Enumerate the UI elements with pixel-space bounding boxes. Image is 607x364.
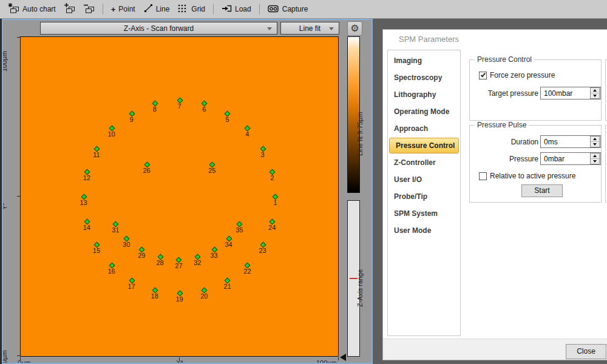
pressure-pulse-group: Pressure Pulse Duration 0ms Pressure 0mb… bbox=[469, 125, 602, 203]
line-tool-button[interactable]: Line bbox=[140, 2, 174, 16]
menu-item-user-i-o[interactable]: User I/O bbox=[388, 171, 460, 188]
toolbar-separator bbox=[259, 4, 260, 15]
target-pressure-spinner[interactable] bbox=[590, 87, 600, 99]
add-chart-icon bbox=[64, 3, 75, 15]
menu-item-probe-tip[interactable]: Probe/Tip bbox=[388, 188, 460, 205]
menu-item-spectroscopy[interactable]: Spectroscopy bbox=[388, 69, 460, 86]
pulse-pressure-spinner[interactable] bbox=[590, 153, 600, 164]
auto-chart-icon bbox=[8, 3, 19, 15]
point-label: 9 bbox=[129, 116, 133, 123]
auto-chart-label: Auto chart bbox=[22, 5, 56, 13]
chart-settings-button[interactable]: ⚙ bbox=[347, 21, 362, 36]
menu-item-spm-system[interactable]: SPM System bbox=[388, 205, 460, 222]
point-tool-button[interactable]: + Point bbox=[107, 3, 139, 16]
point-label: 25 bbox=[208, 167, 215, 174]
pressure-control-legend: Pressure Control bbox=[475, 55, 534, 64]
menu-item-operating-mode[interactable]: Operating Mode bbox=[388, 103, 460, 120]
pressure-control-group: Pressure Control Force zero pressure Tar… bbox=[469, 59, 602, 121]
target-pressure-field[interactable]: 100mbar bbox=[540, 87, 601, 99]
line-icon bbox=[144, 4, 153, 15]
menu-item-z-controller[interactable]: Z-Controller bbox=[388, 154, 460, 171]
remove-chart-button[interactable] bbox=[80, 1, 98, 17]
duration-value: 0ms bbox=[541, 138, 590, 146]
dialog-title: SPM Parameters bbox=[399, 35, 459, 44]
spin-down-icon[interactable] bbox=[591, 142, 599, 147]
scan-line-marker-icon bbox=[340, 354, 346, 361]
duration-spinner[interactable] bbox=[590, 136, 600, 147]
spin-up-icon[interactable] bbox=[591, 88, 599, 93]
grid-tool-button[interactable]: Grid bbox=[174, 2, 209, 16]
point-label: 7 bbox=[177, 103, 181, 110]
x-axis-min-label: 0µm bbox=[18, 359, 31, 364]
target-pressure-label: Target pressure bbox=[471, 89, 540, 98]
pulse-pressure-field[interactable]: 0mbar bbox=[540, 152, 601, 165]
start-button[interactable]: Start bbox=[521, 184, 563, 197]
point-label: 8 bbox=[153, 106, 157, 113]
toolbar-separator bbox=[103, 4, 103, 15]
target-pressure-value: 100mbar bbox=[541, 89, 590, 98]
auto-chart-button[interactable]: Auto chart bbox=[4, 1, 59, 17]
x-axis-title: X* bbox=[176, 359, 183, 364]
point-label: 23 bbox=[259, 247, 266, 254]
relative-pressure-checkbox[interactable]: Relative to active pressure bbox=[479, 172, 575, 180]
menu-item-lithography[interactable]: Lithography bbox=[388, 86, 460, 103]
capture-button[interactable]: Capture bbox=[264, 2, 312, 16]
main-toolbar: Auto chart + Point Line bbox=[0, 0, 607, 19]
y-axis-max-label: 100µm bbox=[2, 51, 8, 72]
pulse-pressure-value: 0mbar bbox=[541, 155, 590, 163]
point-label: 2 bbox=[270, 174, 274, 181]
point-label: 11 bbox=[93, 151, 100, 158]
pulse-pressure-label: Pressure bbox=[471, 155, 540, 163]
x-tick-max bbox=[338, 357, 339, 360]
spin-down-icon[interactable] bbox=[591, 93, 599, 98]
load-button[interactable]: Load bbox=[218, 2, 255, 17]
point-label: 17 bbox=[127, 283, 135, 290]
duration-row: Duration 0ms bbox=[471, 135, 601, 148]
point-label: 15 bbox=[93, 247, 100, 254]
duration-field[interactable]: 0ms bbox=[540, 135, 601, 148]
point-label: 20 bbox=[200, 292, 208, 300]
capture-label: Capture bbox=[282, 5, 308, 13]
duration-label: Duration bbox=[471, 138, 540, 146]
point-label: 19 bbox=[175, 295, 183, 303]
point-label: 33 bbox=[210, 252, 217, 259]
point-label: 31 bbox=[112, 226, 119, 234]
point-label: 32 bbox=[194, 259, 201, 266]
point-label: 27 bbox=[175, 262, 182, 269]
point-label: 10 bbox=[107, 130, 115, 138]
spin-up-icon[interactable] bbox=[591, 153, 599, 159]
capture-icon bbox=[268, 4, 279, 15]
point-label: 22 bbox=[243, 268, 251, 275]
chevron-down-icon bbox=[267, 27, 272, 30]
menu-item-user-mode[interactable]: User Mode bbox=[388, 222, 460, 239]
z-range-label: Z-Axis range bbox=[356, 269, 364, 307]
load-label: Load bbox=[235, 5, 251, 13]
point-label: 28 bbox=[156, 259, 163, 266]
channel-select[interactable]: Z-Axis - Scan forward bbox=[40, 22, 277, 35]
grid-tool-label: Grid bbox=[191, 5, 205, 13]
add-chart-button[interactable] bbox=[61, 1, 79, 17]
checkbox-icon bbox=[479, 72, 487, 79]
menu-item-pressure-control[interactable]: Pressure Control bbox=[389, 138, 459, 153]
y-axis-min-label: 0µm bbox=[2, 350, 8, 363]
close-button[interactable]: Close bbox=[566, 344, 606, 359]
filter-select[interactable]: Line fit bbox=[280, 22, 339, 35]
scan-plot[interactable]: 1234567891011121314151617181920212223242… bbox=[20, 36, 339, 357]
point-label: 26 bbox=[143, 167, 151, 174]
menu-item-approach[interactable]: Approach bbox=[388, 120, 460, 137]
point-label: 18 bbox=[151, 292, 158, 300]
gear-icon: ⚙ bbox=[350, 23, 359, 33]
point-label: 30 bbox=[123, 241, 130, 248]
force-zero-pressure-checkbox[interactable]: Force zero pressure bbox=[479, 71, 555, 79]
menu-item-imaging[interactable]: Imaging bbox=[388, 52, 460, 69]
point-label: 12 bbox=[83, 174, 90, 181]
pulse-pressure-row: Pressure 0mbar bbox=[471, 152, 601, 165]
point-label: 34 bbox=[225, 241, 232, 248]
checkbox-icon bbox=[479, 172, 487, 180]
spm-parameters-dialog: SPM Parameters ImagingSpectroscopyLithog… bbox=[382, 29, 607, 360]
spin-up-icon[interactable] bbox=[591, 136, 599, 142]
params-menu: ImagingSpectroscopyLithographyOperating … bbox=[387, 50, 461, 336]
x-axis-max-label: 100µm bbox=[316, 359, 337, 364]
chart-panel: Z-Axis - Scan forward Line fit ⚙ 100µm Y… bbox=[2, 19, 373, 364]
spin-down-icon[interactable] bbox=[591, 159, 599, 164]
